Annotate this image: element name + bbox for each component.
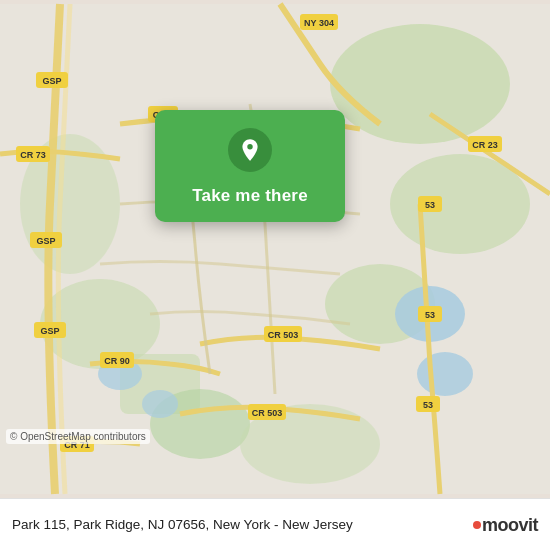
attribution: © OpenStreetMap contributors <box>6 429 150 444</box>
svg-text:CR 503: CR 503 <box>268 330 299 340</box>
location-icon-wrap <box>228 128 272 172</box>
location-pin-icon <box>237 137 263 163</box>
svg-point-10 <box>417 352 473 396</box>
moovit-logo: moovit <box>473 515 538 536</box>
address-text: Park 115, Park Ridge, NJ 07656, New York… <box>12 516 463 535</box>
svg-text:GSP: GSP <box>42 76 61 86</box>
take-me-there-button[interactable]: Take me there <box>192 186 308 206</box>
map-svg: GSP GSP GSP NY 304 CR 2 CR 73 CR 23 53 <box>0 0 550 498</box>
svg-text:53: 53 <box>425 200 435 210</box>
moovit-logo-text: moovit <box>473 515 538 536</box>
app: GSP GSP GSP NY 304 CR 2 CR 73 CR 23 53 <box>0 0 550 550</box>
svg-point-41 <box>247 144 252 149</box>
svg-text:CR 73: CR 73 <box>20 150 46 160</box>
svg-text:CR 90: CR 90 <box>104 356 130 366</box>
map-container: GSP GSP GSP NY 304 CR 2 CR 73 CR 23 53 <box>0 0 550 498</box>
svg-text:GSP: GSP <box>40 326 59 336</box>
svg-text:CR 23: CR 23 <box>472 140 498 150</box>
info-bar: Park 115, Park Ridge, NJ 07656, New York… <box>0 498 550 550</box>
moovit-dot <box>473 521 481 529</box>
svg-text:53: 53 <box>425 310 435 320</box>
svg-text:53: 53 <box>423 400 433 410</box>
svg-point-12 <box>142 390 178 418</box>
svg-text:CR 503: CR 503 <box>252 408 283 418</box>
action-card[interactable]: Take me there <box>155 110 345 222</box>
svg-text:NY 304: NY 304 <box>304 18 334 28</box>
svg-text:GSP: GSP <box>36 236 55 246</box>
